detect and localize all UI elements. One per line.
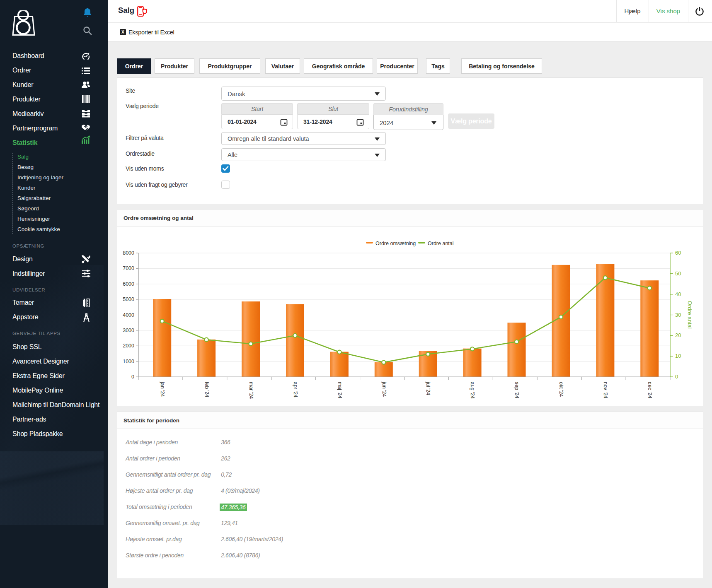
svg-text:10: 10	[675, 353, 681, 359]
svg-text:feb '24: feb '24	[204, 382, 210, 397]
svg-text:jul '24: jul '24	[425, 381, 431, 395]
svg-text:jun '24: jun '24	[381, 381, 387, 397]
svg-text:6000: 6000	[123, 281, 134, 287]
svg-text:mar '24: mar '24	[248, 382, 254, 399]
svg-text:maj '24: maj '24	[337, 382, 343, 398]
svg-text:X: X	[121, 29, 124, 34]
svg-text:50: 50	[675, 270, 681, 277]
svg-text:apr '24: apr '24	[293, 382, 298, 398]
svg-text:okt '24: okt '24	[558, 382, 564, 397]
svg-text:Ordre antal: Ordre antal	[687, 301, 693, 329]
svg-text:3000: 3000	[123, 328, 134, 333]
svg-text:7000: 7000	[123, 265, 134, 271]
svg-text:8000: 8000	[123, 250, 134, 256]
svg-text:1000: 1000	[123, 359, 134, 364]
svg-text:20: 20	[675, 332, 681, 338]
svg-text:0: 0	[675, 374, 678, 380]
svg-text:sep '24: sep '24	[514, 382, 520, 398]
svg-text:2000: 2000	[123, 343, 134, 349]
svg-text:4000: 4000	[123, 312, 134, 318]
svg-text:Ordre antal: Ordre antal	[428, 241, 454, 246]
svg-text:60: 60	[675, 250, 681, 256]
svg-text:30: 30	[675, 312, 681, 318]
svg-text:aug '24: aug '24	[470, 382, 475, 399]
svg-text:5000: 5000	[123, 296, 134, 302]
svg-text:40: 40	[675, 291, 681, 297]
svg-text:0: 0	[131, 374, 134, 380]
svg-text:Ordre omsætning: Ordre omsætning	[375, 241, 416, 246]
svg-text:dec '24: dec '24	[647, 382, 653, 398]
svg-text:nov '24: nov '24	[603, 382, 608, 398]
svg-text:jan '24: jan '24	[160, 381, 165, 397]
